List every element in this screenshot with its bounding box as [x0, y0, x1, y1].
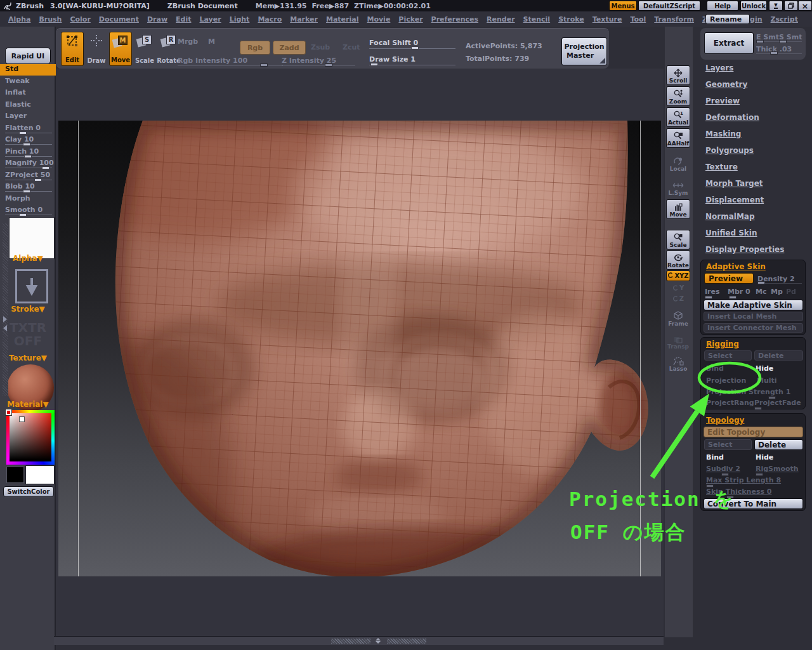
- section-layers[interactable]: Layers: [705, 63, 733, 72]
- extract-button[interactable]: Extract: [704, 32, 754, 54]
- rigsmooth-toggle[interactable]: RigSmooth: [756, 465, 799, 473]
- stroke-selector[interactable]: Stroke▼: [0, 305, 56, 314]
- menu-render[interactable]: Render: [487, 15, 515, 23]
- stroke-thumbnail[interactable]: [15, 269, 48, 303]
- zoom-button[interactable]: Zoom: [666, 86, 690, 106]
- restore-icon[interactable]: [784, 1, 798, 11]
- y-rotate-button[interactable]: Y: [666, 283, 690, 293]
- section-normalmap[interactable]: NormalMap: [705, 212, 755, 221]
- rigging-delete-button[interactable]: Delete: [754, 350, 803, 361]
- rigging-select-button[interactable]: Select: [704, 350, 752, 361]
- topology-select-button[interactable]: Select: [704, 439, 752, 450]
- edit-button[interactable]: Edit: [61, 32, 84, 66]
- menu-preferences[interactable]: Preferences: [431, 15, 478, 23]
- brush-smooth-slider[interactable]: Smooth 0: [0, 205, 56, 216]
- projection-master-button[interactable]: Projection Master: [561, 37, 607, 65]
- topology-header[interactable]: Topology: [706, 416, 744, 425]
- convert-to-main-button[interactable]: Convert To Main: [704, 498, 803, 509]
- edit-topology-button[interactable]: Edit Topology: [704, 427, 803, 437]
- color-picker[interactable]: [6, 410, 55, 465]
- menu-document[interactable]: Document: [99, 15, 139, 23]
- rgb-intensity-slider[interactable]: Rgb Intensity 100: [178, 56, 247, 65]
- section-deformation[interactable]: Deformation: [705, 113, 759, 122]
- local-button[interactable]: Local: [666, 152, 690, 172]
- make-adaptive-skin-button[interactable]: Make Adaptive Skin: [704, 300, 803, 310]
- section-texture[interactable]: Texture: [705, 162, 738, 171]
- zadd-toggle[interactable]: Zadd: [273, 41, 306, 55]
- texture-off-thumbnail[interactable]: TXTR OFF: [0, 321, 56, 348]
- projection-strength-slider[interactable]: Projection Strength 1: [706, 388, 790, 396]
- panel-divider-handle[interactable]: [3, 223, 8, 396]
- menu-stencil[interactable]: Stencil: [523, 15, 551, 23]
- aahalf-button[interactable]: AAHalf: [666, 128, 690, 148]
- project-rang-slider[interactable]: ProjectRang: [706, 399, 754, 407]
- move-button[interactable]: M Move: [109, 32, 132, 66]
- menu-zscript[interactable]: Zscript: [771, 15, 798, 23]
- section-unified-skin[interactable]: Unified Skin: [705, 229, 757, 237]
- ires-slider[interactable]: Ires: [705, 288, 720, 296]
- menu-material[interactable]: Material: [326, 15, 358, 23]
- z-intensity-handle[interactable]: [325, 63, 332, 67]
- menu-texture[interactable]: Texture: [593, 15, 622, 23]
- alpha-thumbnail[interactable]: [9, 217, 55, 259]
- insert-connector-mesh-button[interactable]: Insert Connector Mesh: [704, 323, 803, 333]
- unlock-button[interactable]: Unlock: [740, 1, 767, 11]
- transp-button[interactable]: Transp: [666, 331, 690, 350]
- brush-clay-slider[interactable]: Clay 10: [0, 135, 56, 146]
- menu-alpha[interactable]: Alpha: [8, 15, 30, 23]
- strip-move-button[interactable]: Move: [666, 199, 690, 219]
- project-fade-handle[interactable]: [754, 407, 762, 410]
- close-icon[interactable]: ×: [798, 1, 812, 11]
- brush-morph[interactable]: Morph: [0, 194, 56, 205]
- section-display-properties[interactable]: Display Properties: [705, 245, 784, 254]
- draw-button[interactable]: Draw: [85, 32, 108, 66]
- brush-magnify-slider[interactable]: Magnify 100: [0, 158, 56, 169]
- rotate-button[interactable]: R Rotate: [157, 32, 180, 66]
- menu-layer[interactable]: Layer: [199, 15, 221, 23]
- mc-toggle[interactable]: Mc: [756, 288, 766, 296]
- sculpt-head-model[interactable]: [58, 121, 661, 576]
- menu-stroke[interactable]: Stroke: [558, 15, 584, 23]
- menu-picker[interactable]: Picker: [398, 15, 422, 23]
- brush-zproject-slider[interactable]: ZProject 50: [0, 170, 56, 182]
- mrgb-toggle[interactable]: Mrgb: [178, 37, 198, 46]
- mbr-slider[interactable]: Mbr 0: [728, 288, 750, 296]
- section-geometry[interactable]: Geometry: [705, 80, 747, 89]
- secondary-color-swatch[interactable]: [6, 467, 24, 483]
- canvas-bottom-splitter[interactable]: [54, 636, 664, 645]
- subdiv-slider[interactable]: Subdiv 2: [706, 465, 740, 473]
- actual-size-button[interactable]: 1 Actual: [666, 107, 690, 127]
- section-preview[interactable]: Preview: [705, 96, 740, 105]
- menu-color[interactable]: Color: [70, 15, 90, 23]
- texture-selector[interactable]: Texture▼: [0, 354, 56, 362]
- material-selector[interactable]: Material▼: [0, 400, 56, 409]
- brush-blob-slider[interactable]: Blob 10: [0, 182, 56, 193]
- s-smt-handle[interactable]: [779, 40, 787, 43]
- lasso-button[interactable]: Lasso: [666, 352, 690, 372]
- thick-handle[interactable]: [770, 51, 778, 55]
- main-color-swatch[interactable]: [25, 465, 55, 484]
- menus-button[interactable]: Menus: [609, 1, 637, 11]
- draw-size-handle[interactable]: [370, 63, 378, 66]
- brush-pinch-slider[interactable]: Pinch 10: [0, 147, 56, 158]
- zsub-toggle[interactable]: Zsub: [311, 43, 330, 51]
- brush-std[interactable]: Std: [0, 64, 56, 76]
- rename-button[interactable]: Rename: [705, 14, 750, 24]
- z-rotate-button[interactable]: Z: [666, 294, 690, 303]
- focal-shift-handle[interactable]: [411, 46, 419, 50]
- brush-elastic[interactable]: Elastic: [0, 100, 56, 111]
- brush-tweak[interactable]: Tweak: [0, 76, 56, 88]
- menu-draw[interactable]: Draw: [147, 15, 167, 23]
- insert-local-mesh-button[interactable]: Insert Local Mesh: [704, 312, 803, 321]
- rigging-multi-toggle[interactable]: Multi: [757, 376, 777, 385]
- topology-hide-button[interactable]: Hide: [756, 453, 773, 461]
- rgb-intensity-handle[interactable]: [260, 63, 268, 67]
- menu-edit[interactable]: Edit: [176, 15, 191, 23]
- z-intensity-track[interactable]: [282, 65, 355, 66]
- rigging-bind-button[interactable]: Bind: [706, 364, 724, 373]
- alpha-selector[interactable]: Alpha▼: [0, 254, 56, 263]
- minimize-icon[interactable]: ▼: [769, 1, 783, 11]
- topology-delete-button[interactable]: Delete: [754, 439, 803, 450]
- xyz-rotate-button[interactable]: XYZ: [666, 270, 690, 281]
- section-morph-target[interactable]: Morph Target: [705, 179, 763, 188]
